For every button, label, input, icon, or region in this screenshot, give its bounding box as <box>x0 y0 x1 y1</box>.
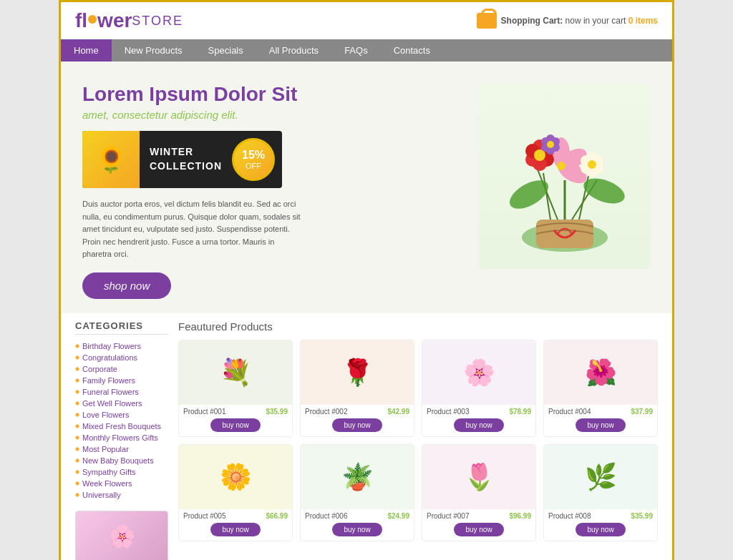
product-card-#002: 🌹Product #002$42.99buy now <box>300 340 414 437</box>
svg-point-26 <box>588 160 596 169</box>
cart-count: 0 items <box>628 16 658 26</box>
product-info-#006: Product #006$24.99 <box>301 509 414 523</box>
nav-home[interactable]: Home <box>61 39 112 62</box>
featured-title: Feautured Products <box>178 320 658 333</box>
product-price-#001: $35.99 <box>266 408 288 416</box>
nav-contacts[interactable]: Contacts <box>381 39 443 62</box>
category-list: Birthday Flowers Congratulations Corpora… <box>75 340 168 501</box>
product-card-#004: 🌺Product #004$37.99buy now <box>543 340 658 437</box>
cart-icon <box>477 13 497 29</box>
nav-faqs[interactable]: FAQs <box>331 39 381 62</box>
buy-now-button-#008[interactable]: buy now <box>576 523 625 536</box>
product-name-#005: Product #005 <box>183 512 226 520</box>
product-info-#003: Product #003$78.99 <box>422 405 535 418</box>
product-image-#008: 🌿 <box>544 445 657 509</box>
product-image-#002: 🌹 <box>301 340 414 405</box>
hero-title: Lorem Ipsum Dolor Sit <box>82 83 472 106</box>
hero-flower-image <box>479 83 651 269</box>
category-family-flowers[interactable]: Family Flowers <box>75 375 168 386</box>
header: fl wer STORE Shopping Cart: now in your … <box>61 2 672 39</box>
category-week-flowers[interactable]: Week Flowers <box>75 478 168 489</box>
product-info-#001: Product #001$35.99 <box>179 405 292 418</box>
category-monthly-gifts[interactable]: Monthly Flowers Gifts <box>75 432 168 443</box>
buy-now-button-#003[interactable]: buy now <box>454 418 503 432</box>
product-image-#003: 🌸 <box>422 340 535 405</box>
product-name-#003: Product #003 <box>427 408 470 416</box>
buy-now-button-#004[interactable]: buy now <box>576 418 625 432</box>
product-card-#006: 🪴Product #006$24.99buy now <box>300 444 414 541</box>
hero-promo-banner: 🌻 WINTER COLLECTION 15% OFF <box>82 131 282 188</box>
product-card-#008: 🌿Product #008$35.99buy now <box>543 444 658 541</box>
svg-point-33 <box>547 141 554 148</box>
category-mixed-fresh[interactable]: Mixed Fresh Bouquets <box>75 421 168 432</box>
category-corporate[interactable]: Corporate <box>75 363 168 375</box>
logo: fl wer STORE <box>75 9 183 32</box>
category-new-baby[interactable]: New Baby Bouquets <box>75 455 168 466</box>
product-name-#004: Product #004 <box>548 408 591 416</box>
main-nav: Home New Products Specials All Products … <box>61 39 672 62</box>
product-image-#005: 🌼 <box>179 445 292 509</box>
buy-now-button-#001[interactable]: buy now <box>210 418 260 432</box>
category-love-flowers[interactable]: Love Flowers <box>75 409 168 421</box>
product-price-#008: $35.99 <box>631 512 653 520</box>
product-image-#004: 🌺 <box>544 340 657 405</box>
category-most-popular[interactable]: Most Popular <box>75 443 168 455</box>
hero-body-text: Duis auctor porta eros, vel dictum felis… <box>82 198 304 261</box>
product-info-#007: Product #007$96.99 <box>422 509 535 523</box>
product-card-#003: 🌸Product #003$78.99buy now <box>422 340 536 437</box>
nav-specials[interactable]: Specials <box>195 39 256 62</box>
products-area: Feautured Products 💐Product #001$35.99bu… <box>178 320 658 560</box>
nav-new-products[interactable]: New Products <box>112 39 195 62</box>
page-container: fl wer STORE Shopping Cart: now in your … <box>59 0 674 560</box>
hero-left: Lorem Ipsum Dolor Sit amet, consectetur … <box>82 83 472 299</box>
product-price-#007: $96.99 <box>509 512 531 520</box>
category-birthday-flowers[interactable]: Birthday Flowers <box>75 340 168 352</box>
sidebar: CATEGORIES Birthday Flowers Congratulati… <box>75 320 168 560</box>
category-sympathy[interactable]: Sympathy Gifts <box>75 466 168 478</box>
main-content: CATEGORIES Birthday Flowers Congratulati… <box>61 313 672 560</box>
buy-now-button-#002[interactable]: buy now <box>332 418 382 432</box>
category-get-well-flowers[interactable]: Get Well Flowers <box>75 398 168 409</box>
product-image-#006: 🪴 <box>301 445 414 509</box>
product-name-#008: Product #008 <box>548 512 591 520</box>
category-funeral-flowers[interactable]: Funeral Flowers <box>75 386 168 398</box>
hero-subtitle: amet, consectetur adipiscing elit. <box>82 109 472 121</box>
svg-point-7 <box>505 175 553 215</box>
product-info-#005: Product #005$66.99 <box>179 509 292 523</box>
product-image-#007: 🌷 <box>422 445 535 509</box>
category-universally[interactable]: Universally <box>75 489 168 501</box>
cart-status: now in your cart <box>565 16 626 26</box>
hero-right <box>472 83 658 299</box>
buy-now-button-#007[interactable]: buy now <box>454 523 503 536</box>
product-name-#006: Product #006 <box>305 512 348 520</box>
product-name-#001: Product #001 <box>183 408 226 416</box>
product-price-#005: $66.99 <box>266 512 288 520</box>
product-price-#003: $78.99 <box>509 408 531 416</box>
sidebar-promo: 🌸 LOREM IPSUM DOLOR more <box>75 511 168 560</box>
hero-promo-text: WINTER COLLECTION <box>140 145 232 173</box>
buy-now-button-#006[interactable]: buy now <box>332 523 382 536</box>
product-price-#004: $37.99 <box>631 408 653 416</box>
categories-title: CATEGORIES <box>75 320 168 335</box>
category-congratulations[interactable]: Congratulations <box>75 352 168 363</box>
logo-store-text: STORE <box>132 14 183 29</box>
sidebar-promo-image: 🌸 <box>76 511 168 560</box>
product-name-#002: Product #002 <box>305 408 348 416</box>
hero-promo-image: 🌻 <box>82 131 140 188</box>
products-grid: 💐Product #001$35.99buy now🌹Product #002$… <box>178 340 658 541</box>
product-card-#005: 🌼Product #005$66.99buy now <box>178 444 293 541</box>
buy-now-button-#005[interactable]: buy now <box>210 523 260 536</box>
product-info-#002: Product #002$42.99 <box>301 405 414 418</box>
product-card-#001: 💐Product #001$35.99buy now <box>178 340 293 437</box>
hero-section: Lorem Ipsum Dolor Sit amet, consectetur … <box>61 62 672 313</box>
shop-now-button[interactable]: shop now <box>82 272 171 299</box>
nav-all-products[interactable]: All Products <box>256 39 331 62</box>
logo-text-fl: fl <box>75 9 87 32</box>
flower-svg <box>486 83 644 259</box>
product-name-#007: Product #007 <box>427 512 470 520</box>
product-price-#002: $42.99 <box>387 408 409 416</box>
logo-flower-dot <box>88 15 97 24</box>
svg-line-3 <box>543 173 550 220</box>
product-card-#007: 🌷Product #007$96.99buy now <box>422 444 536 541</box>
cart-label: Shopping Cart: <box>501 16 563 26</box>
